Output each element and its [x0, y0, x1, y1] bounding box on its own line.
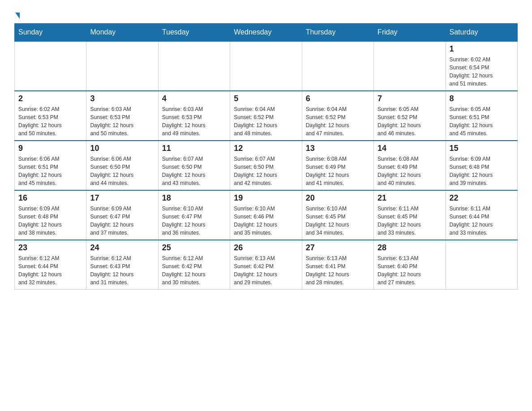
day-info: Sunrise: 6:04 AM Sunset: 6:52 PM Dayligh… — [306, 105, 370, 137]
calendar-day-cell — [302, 41, 373, 91]
day-of-week-header: Friday — [374, 24, 446, 42]
day-info: Sunrise: 6:13 AM Sunset: 6:42 PM Dayligh… — [234, 254, 298, 287]
calendar-day-cell: 1Sunrise: 6:02 AM Sunset: 6:54 PM Daylig… — [446, 41, 517, 91]
calendar-day-cell — [86, 41, 158, 91]
logo — [14, 11, 20, 19]
day-info: Sunrise: 6:04 AM Sunset: 6:52 PM Dayligh… — [234, 105, 298, 137]
day-info: Sunrise: 6:10 AM Sunset: 6:47 PM Dayligh… — [162, 205, 226, 237]
day-info: Sunrise: 6:11 AM Sunset: 6:44 PM Dayligh… — [450, 205, 514, 237]
calendar-day-cell: 12Sunrise: 6:07 AM Sunset: 6:50 PM Dayli… — [230, 141, 302, 190]
day-of-week-header: Thursday — [302, 24, 373, 42]
day-info: Sunrise: 6:09 AM Sunset: 6:48 PM Dayligh… — [18, 205, 82, 237]
calendar-day-cell: 14Sunrise: 6:08 AM Sunset: 6:49 PM Dayli… — [374, 141, 446, 190]
logo-arrow-icon — [15, 13, 20, 19]
day-info: Sunrise: 6:08 AM Sunset: 6:49 PM Dayligh… — [378, 155, 442, 187]
day-info: Sunrise: 6:02 AM Sunset: 6:54 PM Dayligh… — [450, 56, 514, 88]
calendar-day-cell: 26Sunrise: 6:13 AM Sunset: 6:42 PM Dayli… — [230, 240, 302, 290]
day-number: 12 — [234, 144, 298, 153]
day-info: Sunrise: 6:06 AM Sunset: 6:50 PM Dayligh… — [90, 155, 154, 187]
day-of-week-header: Sunday — [15, 24, 86, 42]
calendar-week-row: 2Sunrise: 6:02 AM Sunset: 6:53 PM Daylig… — [15, 91, 518, 141]
day-info: Sunrise: 6:10 AM Sunset: 6:46 PM Dayligh… — [234, 205, 298, 237]
calendar-day-cell — [230, 41, 302, 91]
day-info: Sunrise: 6:12 AM Sunset: 6:43 PM Dayligh… — [90, 254, 154, 287]
day-info: Sunrise: 6:12 AM Sunset: 6:42 PM Dayligh… — [162, 254, 226, 287]
day-number: 5 — [234, 94, 298, 103]
calendar-day-cell: 20Sunrise: 6:10 AM Sunset: 6:45 PM Dayli… — [302, 190, 373, 240]
day-of-week-header: Monday — [86, 24, 158, 42]
day-number: 22 — [450, 193, 514, 203]
calendar-day-cell: 15Sunrise: 6:09 AM Sunset: 6:48 PM Dayli… — [446, 141, 517, 190]
day-info: Sunrise: 6:11 AM Sunset: 6:45 PM Dayligh… — [378, 205, 442, 237]
day-info: Sunrise: 6:09 AM Sunset: 6:48 PM Dayligh… — [450, 155, 514, 187]
day-info: Sunrise: 6:03 AM Sunset: 6:53 PM Dayligh… — [90, 105, 154, 137]
day-number: 1 — [450, 44, 514, 54]
calendar-day-cell: 13Sunrise: 6:08 AM Sunset: 6:49 PM Dayli… — [302, 141, 373, 190]
day-info: Sunrise: 6:13 AM Sunset: 6:41 PM Dayligh… — [306, 254, 370, 287]
day-of-week-header: Saturday — [446, 24, 517, 42]
calendar-day-cell: 28Sunrise: 6:13 AM Sunset: 6:40 PM Dayli… — [374, 240, 446, 290]
day-number: 25 — [162, 243, 226, 253]
calendar-day-cell: 6Sunrise: 6:04 AM Sunset: 6:52 PM Daylig… — [302, 91, 373, 141]
day-number: 24 — [90, 243, 154, 253]
day-number: 14 — [378, 144, 442, 153]
day-number: 3 — [90, 94, 154, 103]
day-info: Sunrise: 6:07 AM Sunset: 6:50 PM Dayligh… — [234, 155, 298, 187]
day-number: 15 — [450, 144, 514, 153]
day-info: Sunrise: 6:08 AM Sunset: 6:49 PM Dayligh… — [306, 155, 370, 187]
day-number: 8 — [450, 94, 514, 103]
calendar-day-cell: 24Sunrise: 6:12 AM Sunset: 6:43 PM Dayli… — [86, 240, 158, 290]
calendar-day-cell: 19Sunrise: 6:10 AM Sunset: 6:46 PM Dayli… — [230, 190, 302, 240]
calendar-table: SundayMondayTuesdayWednesdayThursdayFrid… — [14, 23, 518, 290]
day-number: 17 — [90, 193, 154, 203]
day-number: 2 — [18, 94, 82, 103]
day-info: Sunrise: 6:10 AM Sunset: 6:45 PM Dayligh… — [306, 205, 370, 237]
day-number: 6 — [306, 94, 370, 103]
calendar-week-row: 16Sunrise: 6:09 AM Sunset: 6:48 PM Dayli… — [15, 190, 518, 240]
day-number: 11 — [162, 144, 226, 153]
day-number: 20 — [306, 193, 370, 203]
day-number: 7 — [378, 94, 442, 103]
day-of-week-header: Tuesday — [158, 24, 230, 42]
day-number: 27 — [306, 243, 370, 253]
calendar-header-row: SundayMondayTuesdayWednesdayThursdayFrid… — [15, 24, 518, 42]
calendar-day-cell: 27Sunrise: 6:13 AM Sunset: 6:41 PM Dayli… — [302, 240, 373, 290]
day-number: 21 — [378, 193, 442, 203]
day-info: Sunrise: 6:03 AM Sunset: 6:53 PM Dayligh… — [162, 105, 226, 137]
calendar-day-cell: 5Sunrise: 6:04 AM Sunset: 6:52 PM Daylig… — [230, 91, 302, 141]
day-number: 19 — [234, 193, 298, 203]
day-number: 10 — [90, 144, 154, 153]
calendar-day-cell: 9Sunrise: 6:06 AM Sunset: 6:51 PM Daylig… — [15, 141, 86, 190]
calendar-day-cell: 7Sunrise: 6:05 AM Sunset: 6:52 PM Daylig… — [374, 91, 446, 141]
day-number: 28 — [378, 243, 442, 253]
day-number: 13 — [306, 144, 370, 153]
calendar-day-cell — [158, 41, 230, 91]
day-of-week-header: Wednesday — [230, 24, 302, 42]
day-number: 4 — [162, 94, 226, 103]
calendar-day-cell: 11Sunrise: 6:07 AM Sunset: 6:50 PM Dayli… — [158, 141, 230, 190]
calendar-day-cell: 4Sunrise: 6:03 AM Sunset: 6:53 PM Daylig… — [158, 91, 230, 141]
calendar-day-cell: 18Sunrise: 6:10 AM Sunset: 6:47 PM Dayli… — [158, 190, 230, 240]
day-info: Sunrise: 6:02 AM Sunset: 6:53 PM Dayligh… — [18, 105, 82, 137]
calendar-week-row: 1Sunrise: 6:02 AM Sunset: 6:54 PM Daylig… — [15, 41, 518, 91]
calendar-day-cell — [374, 41, 446, 91]
calendar-day-cell: 8Sunrise: 6:05 AM Sunset: 6:51 PM Daylig… — [446, 91, 517, 141]
day-info: Sunrise: 6:07 AM Sunset: 6:50 PM Dayligh… — [162, 155, 226, 187]
day-number: 23 — [18, 243, 82, 253]
day-info: Sunrise: 6:05 AM Sunset: 6:52 PM Dayligh… — [378, 105, 442, 137]
day-info: Sunrise: 6:06 AM Sunset: 6:51 PM Dayligh… — [18, 155, 82, 187]
calendar-day-cell — [446, 240, 517, 290]
calendar-day-cell: 21Sunrise: 6:11 AM Sunset: 6:45 PM Dayli… — [374, 190, 446, 240]
day-number: 26 — [234, 243, 298, 253]
calendar-day-cell: 2Sunrise: 6:02 AM Sunset: 6:53 PM Daylig… — [15, 91, 86, 141]
day-info: Sunrise: 6:13 AM Sunset: 6:40 PM Dayligh… — [378, 254, 442, 287]
calendar-day-cell: 10Sunrise: 6:06 AM Sunset: 6:50 PM Dayli… — [86, 141, 158, 190]
day-info: Sunrise: 6:09 AM Sunset: 6:47 PM Dayligh… — [90, 205, 154, 237]
header — [14, 11, 518, 19]
calendar-day-cell: 3Sunrise: 6:03 AM Sunset: 6:53 PM Daylig… — [86, 91, 158, 141]
calendar-day-cell: 22Sunrise: 6:11 AM Sunset: 6:44 PM Dayli… — [446, 190, 517, 240]
calendar-day-cell — [15, 41, 86, 91]
day-info: Sunrise: 6:12 AM Sunset: 6:44 PM Dayligh… — [18, 254, 82, 287]
calendar-day-cell: 16Sunrise: 6:09 AM Sunset: 6:48 PM Dayli… — [15, 190, 86, 240]
calendar-day-cell: 25Sunrise: 6:12 AM Sunset: 6:42 PM Dayli… — [158, 240, 230, 290]
